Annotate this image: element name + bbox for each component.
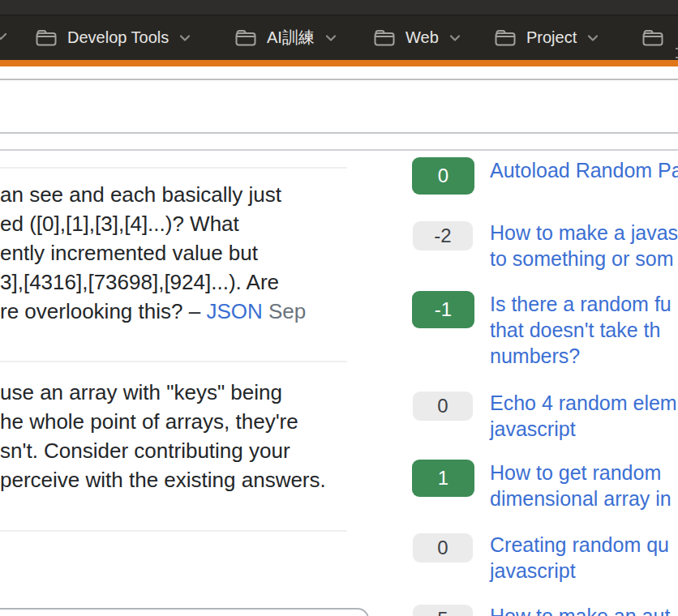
related-question-link[interactable]: How to make an aut <box>490 603 678 616</box>
comment-text-line: ently incremented value but <box>0 238 349 267</box>
related-question-link[interactable]: Is there a random fu that doesn't take t… <box>490 291 678 369</box>
score-badge-accepted: -1 <box>412 291 474 328</box>
comment-text-line: an see and each basically just <box>0 180 349 209</box>
folder-icon <box>495 28 516 47</box>
comment-separator <box>0 167 347 169</box>
bookmark-label: Project <box>526 28 577 47</box>
bookmark-folder-clipped[interactable] <box>642 15 663 60</box>
chevron-down-icon <box>449 34 461 42</box>
question-title-line: Autoload Random Pa <box>490 157 678 183</box>
related-question-link[interactable]: Echo 4 random elem javascript <box>490 390 678 442</box>
bookmark-label: Develop Tools <box>67 28 169 47</box>
score-badge: 0 <box>413 533 473 563</box>
comment-separator <box>0 361 347 362</box>
comment-text-line: perceive with the existing answers. <box>0 465 349 494</box>
bookmark-folder-develop-tools[interactable]: Develop Tools <box>36 15 191 60</box>
bookmark-label: Web <box>406 28 439 47</box>
bookmark-label: AI訓練 <box>267 27 315 49</box>
page-divider-secondary <box>0 149 678 151</box>
comment: use an array with "keys" being he whole … <box>0 378 349 494</box>
related-question-link[interactable]: Autoload Random Pa <box>490 157 678 183</box>
score-badge-accepted: 1 <box>412 460 474 497</box>
folder-icon <box>36 28 57 47</box>
comment-text-line: ed ([0],[1],[3],[4]...)? What <box>0 209 349 238</box>
comment-text-line: sn't. Consider contributing your <box>0 436 349 465</box>
chevron-down-icon <box>325 34 337 42</box>
toolbar-bottom-border <box>0 79 678 80</box>
question-title-line: to something or som <box>490 246 678 272</box>
question-title-line: How to get random <box>490 460 678 486</box>
comment-text-line: re overlooking this? – JSON Sep <box>0 297 349 326</box>
chevron-down-icon <box>0 30 7 45</box>
comment-text: re overlooking this? – <box>0 299 206 323</box>
question-title-line: Is there a random fu <box>490 291 678 317</box>
chevron-down-icon <box>179 34 191 42</box>
folder-icon <box>642 28 663 47</box>
comment-input-box[interactable] <box>0 608 369 616</box>
question-title-line: Creating random qu <box>490 532 678 558</box>
question-title-line: dimensional array in <box>490 486 678 511</box>
score-badge: 5 <box>413 605 473 616</box>
theme-accent-bar <box>0 60 678 66</box>
comment-text-line: he whole point of arrays, they're <box>0 407 349 436</box>
question-title-line: How to make a javas <box>490 220 678 246</box>
related-question-link[interactable]: How to make a javas to something or som <box>490 220 678 272</box>
folder-icon <box>235 28 256 47</box>
comment-date: Sep <box>263 299 307 323</box>
page-divider-top <box>0 132 678 134</box>
score-badge-accepted: 0 <box>412 157 474 195</box>
question-title-line: javascript <box>490 558 678 584</box>
score-badge: -2 <box>413 221 473 250</box>
comment-text-line: 3],[4316],[73698],[924]...). Are <box>0 267 349 297</box>
bookmark-folder-ai-training[interactable]: AI訓練 <box>235 15 337 60</box>
bookmark-folder-project[interactable]: Project <box>495 15 599 60</box>
score-badge: 0 <box>413 391 473 421</box>
folder-icon <box>374 28 395 47</box>
question-title-line: numbers? <box>490 343 678 369</box>
comment-text-line: use an array with "keys" being <box>0 378 349 407</box>
related-question-link[interactable]: How to get random dimensional array in <box>490 460 678 511</box>
comment-author-link[interactable]: JSON <box>206 299 262 323</box>
related-question-link[interactable]: Creating random qu javascript <box>490 532 678 584</box>
bookmarks-bar: Develop Tools AI訓練 Web <box>0 15 678 60</box>
bookmark-folder-web[interactable]: Web <box>374 15 461 60</box>
question-title-line: that doesn't take th <box>490 317 678 343</box>
question-title-line: How to make an aut <box>490 603 678 616</box>
comment-separator <box>0 530 347 532</box>
tab-strip <box>0 0 678 15</box>
browser-window: Develop Tools AI訓練 Web <box>0 0 678 616</box>
question-title-line: javascript <box>490 416 678 442</box>
question-title-line: Echo 4 random elem <box>490 390 678 416</box>
comment: an see and each basically just ed ([0],[… <box>0 180 349 326</box>
chevron-down-icon <box>587 34 599 42</box>
